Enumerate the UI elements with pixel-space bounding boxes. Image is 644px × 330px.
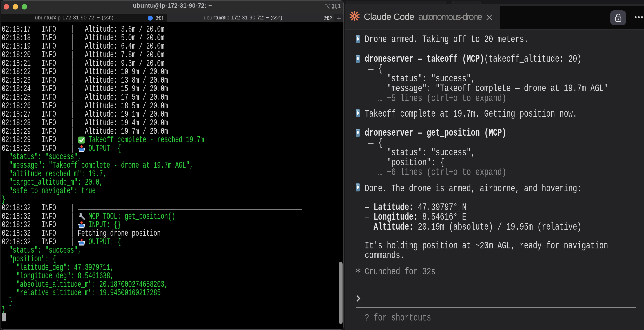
svg-text:2: 2 xyxy=(329,16,332,21)
svg-text:1: 1 xyxy=(338,3,341,9)
svg-text:1: 1 xyxy=(161,16,164,21)
